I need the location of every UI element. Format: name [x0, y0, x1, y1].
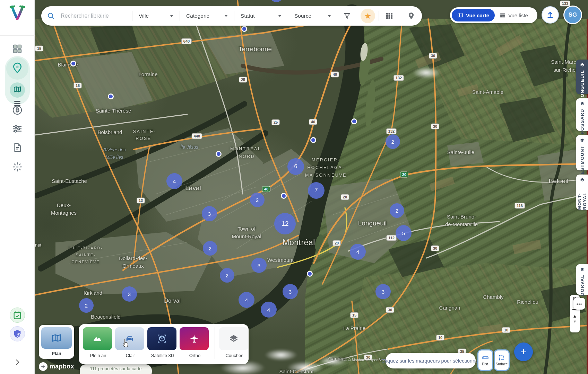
cluster-marker[interactable]: 6 [287, 158, 304, 175]
sliders-icon[interactable] [12, 123, 23, 134]
region-tab-label: WESTMOUNT [580, 145, 585, 179]
properties-count-text: 111 propriétés sur la carte [90, 366, 141, 371]
upload-button[interactable] [542, 6, 559, 24]
document-icon[interactable] [12, 142, 23, 153]
favorites-star-button[interactable]: ★ [357, 9, 379, 23]
left-sidebar [0, 0, 35, 374]
bitcoin-icon[interactable] [12, 105, 23, 116]
map-markers-layer: 23432226712344342253 [0, 0, 588, 374]
filter-statut-label: Statut [241, 13, 255, 19]
grid-view-icon[interactable] [379, 12, 400, 20]
filter-funnel-icon[interactable] [337, 12, 357, 20]
star-icon: ★ [361, 9, 375, 23]
view-list-label: Vue liste [508, 12, 528, 18]
sidebar-divider [0, 35, 35, 36]
cluster-marker[interactable]: 7 [308, 182, 325, 199]
style-plan-card[interactable]: Plan [39, 325, 74, 359]
filter-categorie[interactable]: Catégorie [180, 13, 234, 19]
location-dot-marker[interactable] [351, 118, 357, 124]
cluster-marker[interactable]: 3 [375, 284, 391, 299]
search-input[interactable] [61, 13, 132, 19]
surface-tool-button[interactable]: Surface [495, 350, 509, 370]
location-dot-marker[interactable] [241, 26, 247, 32]
pan-up-button[interactable]: ▲ [573, 314, 577, 318]
cluster-marker[interactable]: 12 [274, 213, 296, 234]
cluster-marker[interactable]: 2 [250, 193, 265, 207]
cluster-marker[interactable]: 2 [390, 203, 404, 218]
cluster-marker[interactable]: 3 [122, 286, 137, 302]
style-option-label: Satellite 3D [147, 353, 178, 358]
calendar-check-icon[interactable] [12, 310, 22, 320]
cluster-marker[interactable]: 3 [283, 284, 298, 299]
cluster-marker[interactable]: 3 [251, 258, 267, 273]
map-view-icon[interactable] [13, 85, 21, 93]
style-option-couches[interactable]: Couches [219, 327, 250, 358]
chevron-down-icon [278, 15, 282, 17]
cluster-marker[interactable]: 4 [239, 292, 254, 308]
filter-statut[interactable]: Statut [234, 13, 288, 19]
style-option-label: Clair [115, 353, 146, 358]
filter-source-label: Source [294, 13, 311, 19]
view-toggle: Vue carte Vue liste [450, 7, 537, 23]
app-logo[interactable] [9, 4, 26, 24]
region-tab-longueuil[interactable]: LONGUEUIL [576, 60, 588, 94]
cluster-marker[interactable]: 2 [79, 298, 94, 313]
map-style-panel: Plein airClairSatellite 3DOrthoCouches [79, 324, 249, 364]
filter-ville-label: Ville [139, 13, 149, 19]
properties-count-badge: 111 propriétés sur la carte [80, 364, 152, 374]
cluster-marker[interactable]: 4 [166, 173, 182, 189]
location-dot-marker[interactable] [307, 271, 313, 277]
cluster-marker[interactable]: 4 [350, 244, 366, 260]
region-tab-brossard[interactable]: BROSSARD [576, 98, 588, 131]
cluster-marker[interactable]: 3 [202, 206, 217, 221]
plan-tile[interactable] [41, 327, 72, 349]
view-map-button[interactable]: Vue carte [452, 9, 495, 21]
cluster-marker[interactable]: 2 [220, 268, 234, 283]
view-list-button[interactable]: Vue liste [496, 9, 531, 21]
shield-user-icon[interactable] [12, 329, 22, 339]
mapbox-logo-icon: ✦ [39, 362, 47, 371]
region-tab-westmount[interactable]: WESTMOUNT [576, 135, 588, 170]
style-option-clair[interactable]: Clair [115, 327, 146, 358]
mountain-icon [83, 327, 112, 350]
cluster-marker[interactable] [269, 0, 283, 2]
panel-divider [215, 327, 215, 359]
mapbox-logo[interactable]: ✦ mapbox [39, 362, 74, 371]
avatar[interactable]: SG [563, 6, 582, 24]
location-dot-marker[interactable] [310, 137, 316, 143]
spinner-icon[interactable] [12, 161, 23, 172]
style-option-satellite-3d[interactable]: Satellite 3D [147, 327, 178, 358]
region-tab-mont-royal[interactable]: MONT-ROYAL [576, 175, 588, 210]
cluster-marker[interactable]: 2 [386, 134, 400, 149]
filter-source[interactable]: Source [288, 13, 337, 19]
style-option-plein-air[interactable]: Plein air [83, 327, 113, 358]
location-dot-marker[interactable] [108, 93, 114, 99]
surface-icon [498, 354, 505, 361]
location-dot-marker[interactable] [216, 151, 222, 157]
mapbox-logo-text: mapbox [50, 363, 74, 370]
plane-icon [180, 327, 209, 350]
cube-3d-icon [147, 327, 176, 350]
dashboard-icon[interactable] [12, 44, 23, 54]
location-dot-marker[interactable] [281, 193, 287, 199]
style-option-label: Couches [219, 353, 250, 358]
expand-chevron-icon[interactable] [14, 359, 21, 366]
cluster-marker[interactable]: 2 [203, 241, 217, 256]
cluster-marker[interactable]: 4 [261, 302, 277, 318]
location-pin-icon[interactable] [11, 62, 23, 75]
more-options-button[interactable]: ••• [573, 298, 585, 310]
add-button[interactable]: + [514, 342, 533, 361]
app-window: BlainvilleLorraineTerrebonneSainte-Thérè… [0, 0, 588, 374]
location-dot-marker[interactable] [70, 61, 76, 66]
filter-ville[interactable]: Ville [132, 13, 180, 19]
search-filter-bar: Ville Catégorie Statut Source ★ [41, 6, 422, 26]
distance-tool-button[interactable]: Dist. [478, 350, 492, 370]
pan-down-button[interactable]: ▼ [573, 320, 577, 323]
location-pin-button[interactable] [400, 12, 422, 20]
distance-tool-label: Dist. [482, 362, 489, 366]
chevron-down-icon [328, 15, 331, 17]
layers-icon [580, 138, 585, 143]
region-tab-dorval[interactable]: DORVAL [576, 264, 588, 295]
cluster-marker[interactable]: 5 [396, 225, 412, 241]
style-option-ortho[interactable]: Ortho [180, 327, 210, 358]
